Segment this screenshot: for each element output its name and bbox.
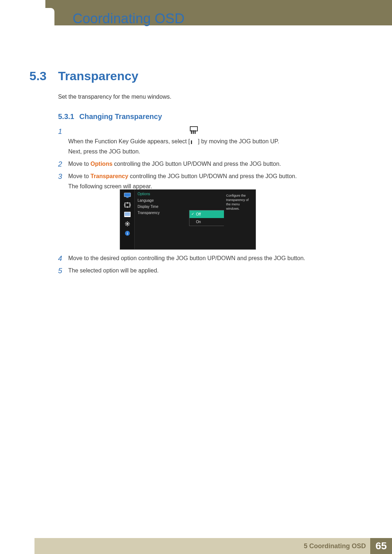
svg-rect-10 [127, 232, 127, 232]
osd-label: Language [138, 198, 154, 202]
step-5: 5 The selected option will be applied. [58, 266, 356, 276]
subsection-number: 5.3.1 [58, 112, 74, 120]
step-text: controlling the JOG button UP/DOWN and p… [113, 161, 281, 167]
step-2: 2 Move to Options controlling the JOG bu… [58, 159, 356, 169]
step-number: 3 [58, 171, 68, 181]
step-text: The following screen will appear. [68, 183, 152, 189]
left-white-margin [0, 0, 34, 58]
info-icon [124, 230, 131, 236]
svg-rect-9 [127, 233, 127, 235]
subsection-title: Changing Transparency [79, 112, 162, 120]
step-text: Next, press the JOG button. [68, 148, 140, 155]
section-number: 5.3 [29, 69, 46, 83]
step-number: 5 [58, 266, 68, 276]
chapter-title: Coordinating OSD [73, 11, 184, 26]
osd-sidebar [120, 190, 135, 249]
section-intro: Set the transparency for the menu window… [58, 94, 171, 100]
list-icon [124, 212, 131, 217]
step-4: 4 Move to the desired option controlling… [58, 253, 356, 263]
svg-rect-0 [124, 193, 131, 197]
svg-rect-1 [126, 197, 128, 198]
step-text: When the Function Key Guide appears, sel… [68, 138, 190, 144]
step-body: Move to Transparency controlling the JOG… [68, 171, 356, 192]
step-text: ] by moving the JOG button UP. [198, 138, 279, 144]
osd-label: Transparency [138, 211, 160, 215]
steps-list-bottom: 4 Move to the desired option controlling… [58, 253, 356, 278]
step-number: 1 [58, 126, 68, 136]
step-number: 4 [58, 253, 68, 263]
step-1: 1 When the Function Key Guide appears, s… [58, 126, 356, 157]
step-number: 2 [58, 159, 68, 169]
svg-point-7 [126, 223, 128, 225]
step-bold: Options [90, 161, 112, 167]
svg-rect-6 [124, 215, 130, 216]
monitor-icon [124, 193, 131, 198]
footer-chapter-label: 5 Coordinating OSD [304, 542, 366, 550]
subsection-heading: 5.3.1Changing Transparency [58, 112, 162, 121]
footer-page-number: 65 [370, 538, 392, 554]
step-body: When the Function Key Guide appears, sel… [68, 126, 356, 157]
step-text: Move to [68, 161, 90, 167]
step-body: Move to the desired option controlling t… [68, 253, 356, 263]
osd-description-panel: Configure the transparency of the menu w… [224, 189, 256, 250]
section-title: Transparency [58, 69, 138, 83]
menu-icon [190, 126, 198, 131]
step-body: The selected option will be applied. [68, 266, 356, 276]
step-3: 3 Move to Transparency controlling the J… [58, 171, 356, 192]
step-body: Move to Options controlling the JOG butt… [68, 159, 356, 169]
gear-icon [124, 221, 131, 227]
steps-list-top: 1 When the Function Key Guide appears, s… [58, 126, 356, 194]
chapter-tab-shape [34, 8, 54, 25]
osd-label: Display Time [138, 205, 158, 209]
step-text: controlling the JOG button UP/DOWN and p… [128, 173, 297, 179]
footer: 5 Coordinating OSD 65 [34, 538, 392, 554]
step-text: Move to [68, 173, 90, 179]
svg-rect-5 [124, 214, 130, 214]
svg-rect-4 [124, 213, 130, 213]
resize-icon [124, 202, 131, 208]
step-bold: Transparency [90, 173, 128, 179]
